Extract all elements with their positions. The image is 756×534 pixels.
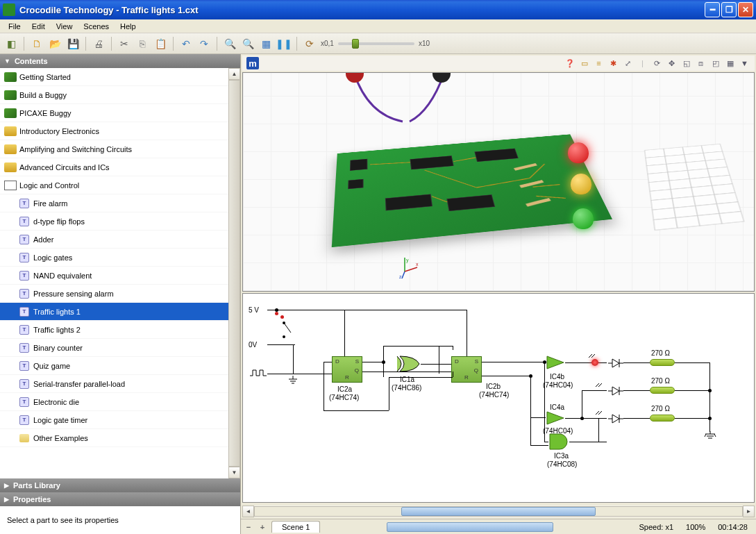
- open-file-icon[interactable]: 📂: [48, 37, 62, 51]
- speed-slider[interactable]: [338, 42, 414, 45]
- zoom-out-icon[interactable]: 🔍: [241, 37, 255, 51]
- tool-rotate-icon[interactable]: ⟳: [651, 58, 663, 69]
- properties-body: Select a part to see its properties: [0, 506, 240, 534]
- pause-icon[interactable]: ❚❚: [277, 37, 291, 51]
- schematic-view[interactable]: 5 V 0V: [242, 293, 755, 503]
- tree-item-traffic1[interactable]: TTraffic lights 1: [0, 303, 240, 321]
- tree-item-adder[interactable]: TAdder: [0, 231, 240, 249]
- close-button[interactable]: ✕: [738, 2, 753, 17]
- speed-thumb[interactable]: [352, 39, 359, 49]
- paste-icon[interactable]: 📋: [153, 37, 167, 51]
- tree-item-logic-timer[interactable]: TLogic gate timer: [0, 411, 240, 429]
- hscroll-track[interactable]: [254, 506, 743, 517]
- sidebar-toggle-icon[interactable]: ◧: [4, 37, 18, 51]
- tree-item-getting-started[interactable]: Getting Started: [0, 68, 240, 86]
- tool-cube3-icon[interactable]: ◰: [709, 58, 721, 69]
- properties-header[interactable]: ▶ Properties: [0, 492, 240, 506]
- tool-move-icon[interactable]: ✥: [666, 58, 678, 69]
- titlebar: Crocodile Technology - Traffic lights 1.…: [0, 0, 756, 19]
- hscroll-thumb[interactable]: [401, 507, 596, 516]
- window-buttons: ━ ❐ ✕: [705, 2, 753, 17]
- minimize-button[interactable]: ━: [705, 2, 720, 17]
- tool-cube1-icon[interactable]: ◱: [680, 58, 692, 69]
- tool-grid-icon[interactable]: ▦: [724, 58, 736, 69]
- schematic-hscroll[interactable]: ◄ ►: [242, 506, 755, 517]
- menu-scenes[interactable]: Scenes: [78, 21, 115, 32]
- tree-item-serial-transfer[interactable]: TSerial-transfer parallel-load: [0, 375, 240, 393]
- contents-scrollbar[interactable]: ▲ ▼: [228, 68, 240, 478]
- tool-menu-icon[interactable]: ▼: [739, 58, 750, 69]
- menu-view[interactable]: View: [51, 21, 78, 32]
- diode1-icon: [607, 358, 625, 369]
- scroll-thumb[interactable]: [228, 80, 240, 467]
- tree-item-other-examples[interactable]: Other Examples: [0, 429, 240, 447]
- redo-icon[interactable]: ↷: [197, 37, 211, 51]
- svg-text:y: y: [406, 258, 409, 263]
- zoom-plus-button[interactable]: +: [258, 522, 267, 532]
- bottom-bar: − + Scene 1 Speed: x1 100% 00:14:28: [241, 519, 756, 534]
- mode-icon[interactable]: m: [246, 57, 259, 69]
- xor-gate-icon[interactable]: [394, 355, 422, 373]
- save-file-icon[interactable]: 💾: [66, 37, 80, 51]
- buffer2-icon[interactable]: [546, 410, 566, 426]
- tree-item-logic-gates[interactable]: TLogic gates: [0, 249, 240, 267]
- new-file-icon[interactable]: 🗋: [30, 37, 44, 51]
- maximize-button[interactable]: ❐: [721, 2, 737, 17]
- resistor2[interactable]: [650, 387, 675, 394]
- tree-item-binary-counter[interactable]: TBinary counter: [0, 339, 240, 357]
- tree-item-quiz[interactable]: TQuiz game: [0, 357, 240, 375]
- tree-item-fire-alarm[interactable]: TFire alarm: [0, 194, 240, 212]
- tool-align-icon[interactable]: ≡: [593, 58, 605, 69]
- tree-item-amplifying[interactable]: Amplifying and Switching Circuits: [0, 140, 240, 158]
- switch-icon[interactable]: [280, 320, 296, 341]
- and-gate-icon[interactable]: [548, 433, 571, 451]
- svg-line-40: [402, 272, 405, 278]
- buffer1-icon[interactable]: [546, 355, 566, 370]
- scroll-down-icon[interactable]: ▼: [228, 467, 240, 478]
- tree-item-nand[interactable]: TNAND equivalent: [0, 267, 240, 285]
- scene-tab[interactable]: Scene 1: [271, 521, 320, 533]
- zoom-in-icon[interactable]: 🔍: [223, 37, 237, 51]
- hscroll-left-icon[interactable]: ◄: [242, 506, 254, 517]
- ic2b-part: (74HC74): [479, 391, 509, 399]
- tree-item-traffic2[interactable]: TTraffic lights 2: [0, 321, 240, 339]
- tree-item-build-buggy[interactable]: Build a Buggy: [0, 86, 240, 104]
- tool-icon[interactable]: ⟳: [303, 37, 317, 51]
- tool-expand-icon[interactable]: ⤢: [622, 58, 634, 69]
- tree-item-picaxe-buggy[interactable]: PICAXE Buggy: [0, 104, 240, 122]
- menu-help[interactable]: Help: [115, 21, 142, 32]
- bottom-scroll[interactable]: [387, 522, 553, 532]
- hscroll-right-icon[interactable]: ►: [743, 506, 755, 517]
- ic2b-box[interactable]: D S R Q: [451, 356, 482, 383]
- contents-header[interactable]: ▼ Contents: [0, 54, 240, 68]
- tool-select-icon[interactable]: ▭: [578, 58, 590, 69]
- resistor3[interactable]: [650, 415, 675, 422]
- grid-icon[interactable]: ▦: [259, 37, 273, 51]
- tool-center-icon[interactable]: ✱: [607, 58, 619, 69]
- led-green-icon: [573, 208, 594, 229]
- parts-library-header[interactable]: ▶ Parts Library: [0, 478, 240, 492]
- tree-item-pressure[interactable]: TPressure sensing alarm: [0, 285, 240, 303]
- tree-item-dtype[interactable]: Td-type flip flops: [0, 212, 240, 231]
- tree-item-advanced[interactable]: Advanced Circuits and ICs: [0, 158, 240, 176]
- axes-icon: y x z: [399, 258, 420, 278]
- cut-icon[interactable]: ✂: [117, 37, 131, 51]
- resistor1[interactable]: [650, 359, 675, 366]
- scroll-up-icon[interactable]: ▲: [228, 68, 240, 80]
- speed-max-label: x10: [419, 40, 430, 47]
- zoom-minus-button[interactable]: −: [244, 522, 253, 532]
- 3d-view[interactable]: document.write('');: [242, 72, 755, 292]
- menu-file[interactable]: File: [3, 21, 26, 32]
- tree-item-electronic-die[interactable]: TElectronic die: [0, 393, 240, 411]
- copy-icon[interactable]: ⎘: [135, 37, 149, 51]
- label-0v: 0V: [249, 341, 257, 349]
- help-icon[interactable]: ❓: [564, 58, 576, 69]
- tree-item-logic-control[interactable]: Logic and Control: [0, 176, 240, 194]
- tree-item-intro-electronics[interactable]: Introductory Electronics: [0, 122, 240, 140]
- tool-cube2-icon[interactable]: ⧈: [695, 58, 707, 69]
- menu-edit[interactable]: Edit: [26, 21, 51, 32]
- undo-icon[interactable]: ↶: [179, 37, 193, 51]
- main-area: ▼ Contents Getting Started Build a Buggy…: [0, 54, 756, 534]
- ic2a-box[interactable]: D S R Q: [332, 356, 362, 383]
- print-icon[interactable]: 🖨: [92, 37, 106, 51]
